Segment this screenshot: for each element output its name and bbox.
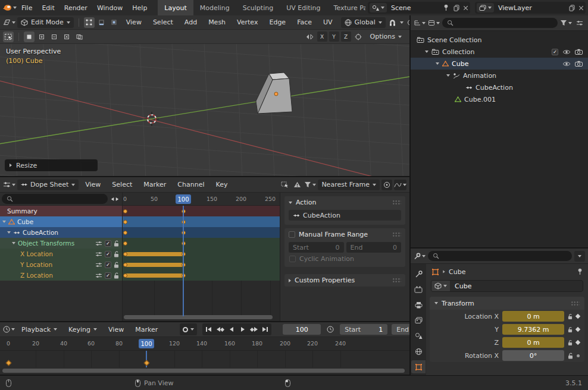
breadcrumb-item[interactable]: Cube: [449, 268, 465, 276]
menu-marker[interactable]: Marker: [139, 177, 171, 192]
frame-range-panel-header[interactable]: Manual Frame Range: [284, 228, 405, 241]
menu-select[interactable]: Select: [148, 15, 178, 29]
viewlayer-browse-button[interactable]: [477, 3, 494, 12]
editor-type-button[interactable]: [414, 251, 426, 262]
new-copy-icon[interactable]: [568, 2, 576, 13]
cyclic-animation-checkbox[interactable]: [289, 256, 296, 262]
select-invert-button[interactable]: [61, 32, 72, 42]
keyrow-y-location[interactable]: [123, 259, 280, 270]
menu-view[interactable]: View: [80, 177, 105, 192]
snap-magnet-button[interactable]: [387, 17, 398, 28]
action-panel-header[interactable]: Action: [284, 196, 405, 209]
filter-funnel-button[interactable]: [560, 18, 572, 29]
menu-view[interactable]: View: [104, 322, 129, 336]
menu-playback[interactable]: Playback: [17, 322, 62, 336]
transform-panel-header[interactable]: Transform: [430, 297, 584, 310]
editor-type-button[interactable]: [414, 18, 426, 29]
timeline-track[interactable]: [0, 351, 409, 367]
panel-grip-icon[interactable]: [571, 301, 580, 306]
camera-icon[interactable]: [575, 49, 583, 55]
snap-mode-dropdown[interactable]: Nearest Frame: [318, 180, 380, 190]
custom-properties-header[interactable]: Custom Properties: [284, 274, 405, 287]
workspace-tab-texture-paint[interactable]: Texture Paint: [327, 0, 365, 15]
tree-item-animation[interactable]: Animation: [411, 70, 588, 81]
lock-icon[interactable]: [568, 313, 573, 320]
disclosure-icon[interactable]: [12, 242, 15, 244]
tree-item-cube[interactable]: Cube: [411, 58, 588, 70]
filter-settings-button[interactable]: [574, 18, 585, 29]
lock-icon[interactable]: [568, 353, 573, 359]
chevron-down-icon[interactable]: [190, 328, 194, 331]
channel-enable-checkbox[interactable]: ✓: [105, 272, 111, 279]
expand-range-button[interactable]: [110, 194, 120, 205]
only-selected-toggle[interactable]: [279, 180, 290, 190]
lock-icon[interactable]: [114, 251, 119, 257]
menu-file[interactable]: File: [17, 0, 37, 15]
channel-enable-checkbox[interactable]: ✓: [105, 251, 111, 257]
dope-sheet-ruler[interactable]: 0 50 100 150 200 250 100: [123, 193, 280, 206]
jump-to-start-button[interactable]: [203, 324, 214, 335]
axis-y-toggle[interactable]: Y: [329, 32, 339, 42]
workspace-tab-modeling[interactable]: Modeling: [193, 0, 236, 15]
modifier-icon[interactable]: [95, 273, 102, 278]
frame-end-field[interactable]: End: [392, 324, 409, 335]
tab-scene[interactable]: [411, 329, 426, 342]
keyrow-object-transforms[interactable]: [123, 238, 280, 249]
keyframe-rows[interactable]: [123, 206, 280, 321]
vertex-select-button[interactable]: [84, 17, 95, 28]
panel-grip-icon[interactable]: [392, 278, 401, 283]
channel-z-location[interactable]: Z Location ✓: [0, 270, 122, 281]
channel-search-input[interactable]: [2, 194, 108, 204]
lock-icon[interactable]: [114, 262, 119, 268]
record-icon[interactable]: [183, 327, 188, 332]
dope-sheet-mode-dropdown[interactable]: Dope Sheet: [17, 180, 79, 190]
mirror-button[interactable]: [305, 32, 315, 42]
select-subtract-button[interactable]: [49, 32, 60, 42]
manual-frame-range-checkbox[interactable]: [289, 231, 295, 238]
viewport-canvas[interactable]: User Perspective (100) Cube Resize: [0, 44, 409, 176]
keyframe-dot[interactable]: [123, 252, 127, 256]
keyframe-hold-bar[interactable]: [125, 263, 183, 267]
menu-edge[interactable]: Edge: [264, 15, 290, 29]
keyframe-decorator-icon[interactable]: [576, 340, 580, 345]
tree-item-cubeaction[interactable]: CubeAction: [411, 81, 588, 93]
proportional-editing-button[interactable]: [405, 17, 409, 28]
channel-x-location[interactable]: X Location ✓: [0, 249, 122, 259]
channel-enable-checkbox[interactable]: ✓: [105, 240, 111, 247]
location-y-field[interactable]: 9.7362 m: [502, 324, 564, 335]
pin-icon[interactable]: [577, 268, 583, 275]
channel-enable-checkbox[interactable]: ✓: [105, 262, 111, 268]
channel-summary[interactable]: Summary: [0, 206, 122, 216]
keyframe-dot[interactable]: [123, 231, 127, 235]
menu-view[interactable]: View: [121, 15, 146, 29]
play-button[interactable]: [237, 324, 248, 335]
id-browse-button[interactable]: [431, 281, 450, 291]
modifier-icon[interactable]: [95, 241, 102, 246]
prev-keyframe-button[interactable]: [214, 324, 226, 335]
options-dropdown[interactable]: Options: [365, 30, 406, 43]
menu-help[interactable]: Help: [127, 0, 152, 15]
new-copy-icon[interactable]: [452, 2, 461, 13]
eye-icon[interactable]: [562, 49, 571, 55]
keyframe-decorator-icon[interactable]: [577, 354, 580, 357]
editor-type-button[interactable]: [3, 180, 15, 190]
camera-icon[interactable]: [575, 61, 583, 67]
menu-mesh[interactable]: Mesh: [204, 15, 230, 29]
tab-tool[interactable]: [411, 268, 426, 281]
menu-add[interactable]: Add: [180, 15, 202, 29]
channel-cubeaction[interactable]: CubeAction: [0, 227, 122, 238]
chevron-down-icon[interactable]: [400, 21, 404, 24]
channel-object-transforms[interactable]: Object Transforms ✓: [0, 238, 122, 249]
modifier-icon[interactable]: [95, 262, 102, 268]
properties-options-button[interactable]: [574, 251, 585, 262]
properties-search-input[interactable]: [428, 251, 572, 261]
display-mode-button[interactable]: [428, 18, 440, 29]
panel-grip-icon[interactable]: [392, 232, 401, 237]
channel-y-location[interactable]: Y Location ✓: [0, 259, 122, 270]
disclosure-icon[interactable]: [7, 231, 11, 234]
jump-to-end-button[interactable]: [259, 324, 271, 335]
menu-edit[interactable]: Edit: [37, 0, 59, 15]
keyframe-dot[interactable]: [123, 241, 127, 246]
editor-type-button[interactable]: [3, 324, 15, 335]
current-frame-field[interactable]: 100: [283, 324, 321, 335]
